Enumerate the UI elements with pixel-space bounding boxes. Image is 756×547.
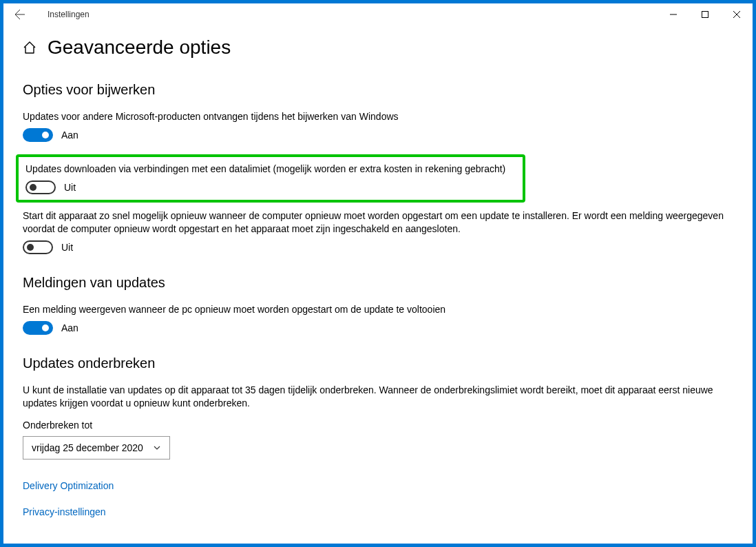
toggle-thumb bbox=[42, 324, 49, 331]
titlebar-left: Instellingen bbox=[9, 3, 90, 25]
arrow-left-icon bbox=[14, 9, 25, 20]
chevron-down-icon bbox=[153, 444, 161, 452]
setting-desc: Een melding weergeven wanneer de pc opni… bbox=[23, 303, 733, 316]
section-notifications: Meldingen van updates Een melding weerge… bbox=[23, 275, 733, 335]
app-title: Instellingen bbox=[48, 10, 90, 19]
page-header: Geavanceerde opties bbox=[23, 37, 733, 59]
toggle-thumb bbox=[42, 132, 49, 138]
content-area: Geavanceerde opties Opties voor bijwerke… bbox=[3, 25, 753, 544]
section-heading-update-options: Opties voor bijwerken bbox=[23, 82, 733, 98]
toggle-state-label: Aan bbox=[61, 130, 78, 141]
minimize-icon bbox=[670, 11, 677, 18]
section-heading-pause: Updates onderbreken bbox=[23, 355, 733, 371]
toggle-row: Aan bbox=[23, 128, 733, 142]
section-heading-notifications: Meldingen van updates bbox=[23, 275, 733, 291]
setting-other-ms-products: Updates voor andere Microsoft-producten … bbox=[23, 110, 733, 142]
toggle-state-label: Uit bbox=[64, 182, 76, 193]
maximize-icon bbox=[702, 11, 708, 18]
titlebar: Instellingen bbox=[3, 3, 753, 25]
home-icon bbox=[23, 41, 36, 54]
settings-window: Instellingen Geavanceerde opties Opties … bbox=[3, 3, 753, 544]
pause-until-dropdown[interactable]: vrijdag 25 december 2020 bbox=[23, 436, 170, 460]
toggle-other-ms-products[interactable] bbox=[23, 128, 53, 142]
home-button[interactable] bbox=[23, 41, 36, 54]
toggle-state-label: Aan bbox=[61, 322, 78, 333]
link-delivery-optimization[interactable]: Delivery Optimization bbox=[23, 480, 733, 491]
toggle-row: Uit bbox=[25, 180, 517, 194]
toggle-thumb bbox=[30, 184, 36, 191]
maximize-button[interactable] bbox=[689, 3, 721, 25]
section-update-options: Opties voor bijwerken Updates voor ander… bbox=[23, 82, 733, 254]
window-controls bbox=[658, 3, 753, 25]
pause-label: Onderbreken tot bbox=[23, 420, 733, 431]
toggle-restart-notify[interactable] bbox=[23, 321, 53, 335]
toggle-restart-asap[interactable] bbox=[23, 240, 53, 254]
back-button[interactable] bbox=[9, 3, 31, 25]
minimize-button[interactable] bbox=[658, 3, 689, 25]
toggle-row: Aan bbox=[23, 321, 733, 335]
close-icon bbox=[733, 11, 740, 18]
setting-restart-asap: Start dit apparaat zo snel mogelijk opni… bbox=[23, 209, 733, 254]
pause-desc: U kunt de installatie van updates op dit… bbox=[23, 384, 725, 410]
setting-desc: Updates downloaden via verbindingen met … bbox=[25, 163, 517, 175]
setting-metered-download: Updates downloaden via verbindingen met … bbox=[25, 163, 517, 194]
close-button[interactable] bbox=[721, 3, 753, 25]
toggle-state-label: Uit bbox=[61, 242, 73, 253]
setting-desc: Updates voor andere Microsoft-producten … bbox=[23, 110, 733, 123]
highlight-annotation: Updates downloaden via verbindingen met … bbox=[16, 154, 525, 203]
dropdown-value: vrijdag 25 december 2020 bbox=[32, 442, 143, 453]
svg-rect-0 bbox=[702, 12, 708, 18]
page-title: Geavanceerde opties bbox=[48, 37, 231, 59]
setting-desc: Start dit apparaat zo snel mogelijk opni… bbox=[23, 209, 733, 234]
link-privacy-settings[interactable]: Privacy-instellingen bbox=[23, 506, 733, 517]
section-pause-updates: Updates onderbreken U kunt de installati… bbox=[23, 355, 733, 460]
toggle-thumb bbox=[27, 244, 34, 251]
setting-restart-notify: Een melding weergeven wanneer de pc opni… bbox=[23, 303, 733, 335]
toggle-metered-download[interactable] bbox=[25, 180, 56, 194]
toggle-row: Uit bbox=[23, 240, 733, 254]
